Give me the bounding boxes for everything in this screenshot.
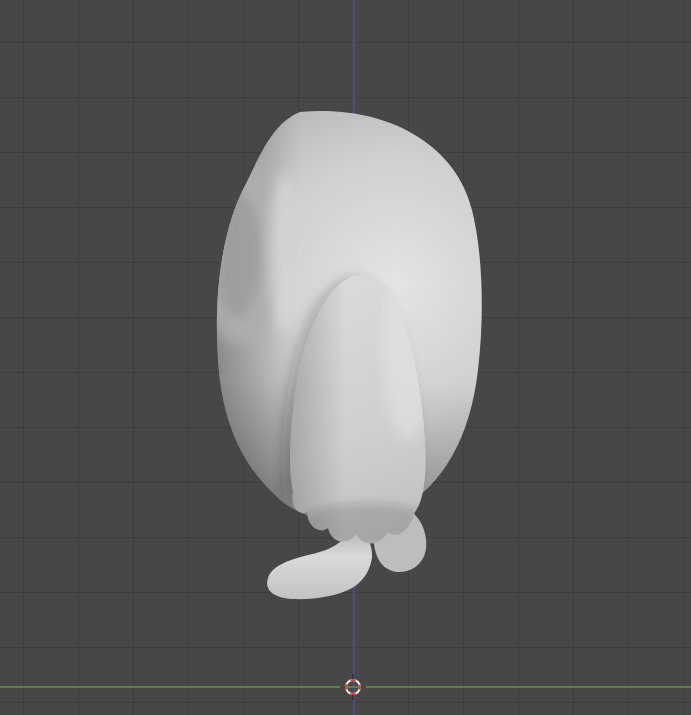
model-foot [267,524,372,599]
3d-cursor [339,673,367,701]
3d-viewport[interactable] [0,0,691,715]
sculpt-model[interactable] [0,0,691,715]
